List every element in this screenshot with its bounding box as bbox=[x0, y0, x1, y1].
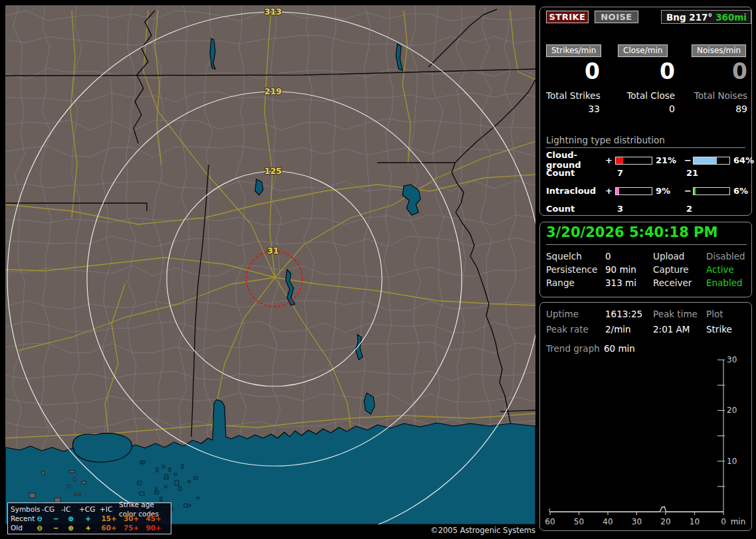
legend-header-row: Symbols -CG -IC +CG +IC Strike age color… bbox=[11, 504, 168, 514]
strike-toggle-button[interactable]: STRIKE bbox=[546, 11, 589, 23]
cloud-ground-count-row: Count 7 21 bbox=[546, 168, 698, 178]
upload-value: Disabled bbox=[706, 250, 745, 263]
legend-symbols-header: Symbols bbox=[11, 504, 42, 514]
strikes-counter-column: Strikes/min 0 Total Strikes 33 bbox=[546, 43, 600, 114]
noise-toggle-button[interactable]: NOISE bbox=[595, 11, 638, 23]
range-ring-label: 125 bbox=[264, 166, 282, 176]
intracloud-label: Intracloud bbox=[546, 186, 605, 196]
total-strikes-value: 33 bbox=[546, 104, 600, 114]
count-label: Count bbox=[546, 168, 617, 178]
range-ring-label: 31 bbox=[267, 246, 278, 256]
legend-row-label: Recent bbox=[11, 514, 37, 523]
age-code: 15+ bbox=[102, 514, 124, 523]
cg-negative-percent: 64% bbox=[730, 155, 754, 165]
plot-label: Plot bbox=[706, 307, 745, 323]
svg-text:20: 20 bbox=[660, 517, 670, 526]
status-rows: Squelch 0 Upload Disabled Persistence 90… bbox=[546, 250, 745, 289]
squelch-label: Squelch bbox=[546, 250, 605, 263]
cg-positive-bar bbox=[615, 157, 652, 165]
status-row: Range 313 mi Receiver Enabled bbox=[546, 276, 745, 289]
range-value: 313 mi bbox=[605, 276, 653, 289]
plus-sign: + bbox=[605, 186, 615, 196]
copyright-text: ©2005 Astrogenic Systems bbox=[5, 526, 538, 535]
svg-text:0: 0 bbox=[721, 517, 726, 526]
receiver-label: Receiver bbox=[653, 276, 706, 289]
intracloud-row: Intracloud + 9% − 6% bbox=[546, 186, 748, 196]
peak-time-value: 2:01 AM bbox=[653, 323, 706, 338]
svg-text:20: 20 bbox=[727, 406, 737, 415]
close-per-min-value: 0 bbox=[618, 60, 675, 84]
ic-positive-count: 3 bbox=[617, 204, 686, 214]
peak-rate-row: Peak rate 2/min 2:01 AM Strike bbox=[546, 323, 745, 338]
age-code: 30+ bbox=[124, 514, 146, 523]
ic-negative-percent: 6% bbox=[730, 186, 748, 196]
legend-col-pos-ic: +IC bbox=[100, 504, 119, 514]
trend-panel: Uptime 1613:25 Peak time Plot Peak rate … bbox=[539, 302, 752, 531]
minus-ic-icon: − bbox=[53, 514, 68, 523]
minus-sign: − bbox=[684, 186, 693, 196]
noises-per-min-button[interactable]: Noises/min bbox=[692, 44, 746, 57]
total-close-label: Total Close bbox=[618, 90, 675, 101]
total-strikes-label: Total Strikes bbox=[546, 90, 600, 101]
range-ring-label: 313 bbox=[264, 7, 282, 17]
legend-col-neg-cg: -CG bbox=[42, 504, 61, 514]
total-noises-label: Total Noises bbox=[692, 90, 747, 101]
svg-text:30: 30 bbox=[632, 517, 642, 526]
plus-sign: + bbox=[605, 155, 615, 165]
trend-graph-label: Trend graph bbox=[546, 342, 604, 355]
noises-counter-column: Noises/min 0 Total Noises 89 bbox=[692, 43, 747, 114]
datetime-display: 3/20/2026 5:40:18 PM bbox=[546, 224, 747, 245]
minus-sign: − bbox=[684, 155, 693, 165]
svg-text:min: min bbox=[731, 517, 746, 526]
persistence-value: 90 min bbox=[605, 263, 653, 276]
uptime-rows: Uptime 1613:25 Peak time Plot Peak rate … bbox=[546, 307, 745, 338]
cloud-ground-row: Cloud-ground + 21% − 64% bbox=[546, 150, 754, 170]
trend-graph-window: 60 min bbox=[604, 342, 635, 355]
svg-text:30: 30 bbox=[727, 355, 737, 364]
upload-label: Upload bbox=[653, 250, 706, 263]
uptime-value: 1613:25 bbox=[605, 307, 653, 323]
svg-text:60: 60 bbox=[545, 517, 555, 526]
count-label: Count bbox=[546, 204, 617, 214]
ic-negative-count: 2 bbox=[686, 204, 692, 214]
plus-ic-icon: + bbox=[85, 514, 101, 523]
ic-negative-bar bbox=[693, 187, 730, 195]
plot-value: Strike bbox=[706, 323, 745, 338]
svg-text:50: 50 bbox=[574, 517, 584, 526]
cg-positive-count: 7 bbox=[617, 168, 686, 178]
age-code: 45+ bbox=[146, 514, 169, 523]
bearing-readout: Bng 217° 360mi bbox=[661, 10, 751, 24]
lightning-map[interactable]: 31321912531 bbox=[5, 5, 535, 524]
distribution-title: Lightning type distribution bbox=[546, 135, 745, 148]
minus-cg-circle-icon: ⊖ bbox=[37, 514, 52, 523]
bearing-range-value: 360mi bbox=[715, 12, 751, 23]
strikes-per-min-value: 0 bbox=[546, 60, 600, 84]
status-row: Squelch 0 Upload Disabled bbox=[546, 250, 745, 263]
legend-col-pos-cg: +CG bbox=[79, 504, 100, 514]
close-counter-column: Close/min 0 Total Close 0 bbox=[618, 43, 675, 114]
peak-rate-value: 2/min bbox=[605, 323, 653, 338]
svg-text:10: 10 bbox=[690, 517, 700, 526]
ic-positive-percent: 9% bbox=[652, 186, 684, 196]
persistence-label: Persistence bbox=[546, 263, 605, 276]
total-close-value: 0 bbox=[618, 104, 675, 114]
legend-recent-row: Recent ⊖ − ⊕ + 15+ 30+ 45+ bbox=[11, 514, 168, 523]
trend-graph: 1020306050403020100min bbox=[540, 354, 751, 530]
stats-panel: STRIKE NOISE Bng 217° 360mi Strikes/min … bbox=[539, 7, 752, 216]
status-row: Persistence 90 min Capture Active bbox=[546, 263, 745, 276]
peak-rate-label: Peak rate bbox=[546, 323, 605, 338]
range-label: Range bbox=[546, 276, 605, 289]
cg-positive-percent: 21% bbox=[652, 155, 684, 165]
close-per-min-button[interactable]: Close/min bbox=[618, 44, 668, 57]
legend-col-neg-ic: -IC bbox=[61, 504, 79, 514]
status-panel: 3/20/2026 5:40:18 PM Squelch 0 Upload Di… bbox=[539, 222, 752, 297]
noises-per-min-value: 0 bbox=[692, 60, 747, 84]
strikes-per-min-button[interactable]: Strikes/min bbox=[546, 44, 601, 57]
svg-text:40: 40 bbox=[603, 517, 613, 526]
squelch-value: 0 bbox=[605, 250, 653, 263]
peak-time-label: Peak time bbox=[653, 307, 706, 323]
range-ring-label: 219 bbox=[264, 86, 282, 96]
intracloud-count-row: Count 3 2 bbox=[546, 204, 692, 214]
trend-graph-row: Trend graph 60 min bbox=[546, 342, 635, 355]
capture-value: Active bbox=[706, 263, 745, 276]
